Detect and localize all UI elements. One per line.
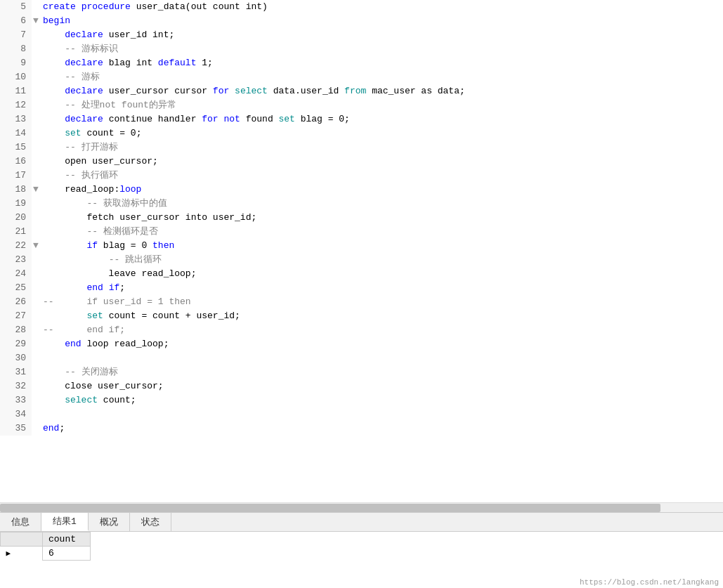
table-row: 20 fetch user_cursor into user_id; bbox=[0, 211, 723, 225]
fold-button bbox=[32, 253, 40, 267]
line-number: 7 bbox=[0, 28, 32, 42]
code-line-content: -- 关闭游标 bbox=[40, 365, 723, 379]
table-row: ▶6 bbox=[1, 547, 91, 561]
line-number: 29 bbox=[0, 337, 32, 351]
fold-button bbox=[32, 281, 40, 295]
table-row: 23 -- 跳出循环 bbox=[0, 253, 723, 267]
code-line-content: -- 执行循环 bbox=[40, 169, 723, 183]
table-row: 8 -- 游标标识 bbox=[0, 42, 723, 56]
fold-button bbox=[32, 393, 40, 407]
fold-button bbox=[32, 407, 40, 422]
line-number: 19 bbox=[0, 197, 32, 211]
fold-button bbox=[32, 28, 40, 42]
line-number: 11 bbox=[0, 84, 32, 98]
code-line-content: declare user_cursor cursor for select da… bbox=[40, 84, 723, 98]
tab-results[interactable]: 结果1 bbox=[41, 513, 89, 531]
table-row: 24 leave read_loop; bbox=[0, 267, 723, 281]
fold-button bbox=[32, 70, 40, 84]
fold-button bbox=[32, 56, 40, 70]
code-line-content: end; bbox=[40, 422, 723, 436]
table-cell: 6 bbox=[43, 547, 91, 561]
table-row: 35end; bbox=[0, 422, 723, 436]
fold-button bbox=[32, 351, 40, 365]
table-row: 12 -- 处理not fount的异常 bbox=[0, 98, 723, 112]
fold-button[interactable]: ▼ bbox=[32, 183, 40, 197]
code-line-content: declare continue handler for not found s… bbox=[40, 112, 723, 126]
code-line-content: -- 检测循环是否 bbox=[40, 225, 723, 239]
line-number: 18 bbox=[0, 183, 32, 197]
code-line-content: if blag = 0 then bbox=[40, 239, 723, 253]
fold-button bbox=[32, 379, 40, 393]
code-line-content: leave read_loop; bbox=[40, 267, 723, 281]
url-bar: https://blog.csdn.net/langkang bbox=[0, 577, 723, 588]
code-line-content: -- 跳出循环 bbox=[40, 253, 723, 267]
fold-button bbox=[32, 365, 40, 379]
code-line-content: -- 游标 bbox=[40, 70, 723, 84]
line-number: 24 bbox=[0, 267, 32, 281]
code-line-content: -- if user_id = 1 then bbox=[40, 295, 723, 309]
fold-button bbox=[32, 0, 40, 14]
table-row: 26-- if user_id = 1 then bbox=[0, 295, 723, 309]
table-row: 14 set count = 0; bbox=[0, 126, 723, 141]
line-number: 20 bbox=[0, 211, 32, 225]
table-row: 30 bbox=[0, 351, 723, 365]
code-line-content: open user_cursor; bbox=[40, 155, 723, 169]
results-table: count ▶6 bbox=[0, 532, 91, 561]
line-number: 17 bbox=[0, 169, 32, 183]
code-line-content: fetch user_cursor into user_id; bbox=[40, 211, 723, 225]
line-number: 35 bbox=[0, 422, 32, 436]
fold-button bbox=[32, 126, 40, 141]
line-number: 13 bbox=[0, 112, 32, 126]
col-count-header: count bbox=[43, 533, 91, 547]
fold-button[interactable]: ▼ bbox=[32, 14, 40, 28]
code-line-content: set count = 0; bbox=[40, 126, 723, 141]
tab-status[interactable]: 状态 bbox=[130, 513, 171, 531]
code-line-content: begin bbox=[40, 14, 723, 28]
code-line-content: create procedure user_data(out count int… bbox=[40, 0, 723, 14]
line-number: 12 bbox=[0, 98, 32, 112]
line-number: 26 bbox=[0, 295, 32, 309]
code-scroll[interactable]: 5create procedure user_data(out count in… bbox=[0, 0, 723, 502]
fold-button bbox=[32, 155, 40, 169]
code-line-content: -- 打开游标 bbox=[40, 141, 723, 155]
code-line-content: end loop read_loop; bbox=[40, 337, 723, 351]
table-row: 9 declare blag int default 1; bbox=[0, 56, 723, 70]
code-table: 5create procedure user_data(out count in… bbox=[0, 0, 723, 436]
results-table-wrap[interactable]: count ▶6 bbox=[0, 532, 723, 577]
fold-button[interactable]: ▼ bbox=[32, 239, 40, 253]
table-row: 21 -- 检测循环是否 bbox=[0, 225, 723, 239]
line-number: 9 bbox=[0, 56, 32, 70]
code-scrollbar[interactable] bbox=[0, 502, 723, 512]
code-line-content: read_loop:loop bbox=[40, 183, 723, 197]
table-row: 29 end loop read_loop; bbox=[0, 337, 723, 351]
line-number: 14 bbox=[0, 126, 32, 141]
col-indicator-header bbox=[1, 533, 43, 547]
code-line-content: -- end if; bbox=[40, 323, 723, 337]
code-line-content: declare user_id int; bbox=[40, 28, 723, 42]
fold-button bbox=[32, 84, 40, 98]
tab-bar: 信息 结果1 概况 状态 bbox=[0, 512, 723, 532]
tab-overview[interactable]: 概况 bbox=[89, 513, 130, 531]
tab-info[interactable]: 信息 bbox=[0, 513, 41, 531]
fold-button bbox=[32, 337, 40, 351]
fold-button bbox=[32, 422, 40, 436]
line-number: 28 bbox=[0, 323, 32, 337]
line-number: 21 bbox=[0, 225, 32, 239]
fold-button bbox=[32, 98, 40, 112]
table-row: 34 bbox=[0, 407, 723, 422]
table-row: 22▼ if blag = 0 then bbox=[0, 239, 723, 253]
code-line-content: -- 处理not fount的异常 bbox=[40, 98, 723, 112]
line-number: 6 bbox=[0, 14, 32, 28]
code-line-content: close user_cursor; bbox=[40, 379, 723, 393]
fold-button bbox=[32, 141, 40, 155]
line-number: 25 bbox=[0, 281, 32, 295]
table-row: 32 close user_cursor; bbox=[0, 379, 723, 393]
fold-button bbox=[32, 211, 40, 225]
results-area: count ▶6 https://blog.csdn.net/langkang bbox=[0, 532, 723, 588]
line-number: 15 bbox=[0, 141, 32, 155]
scrollbar-thumb bbox=[0, 504, 660, 512]
line-number: 33 bbox=[0, 393, 32, 407]
table-row: 18▼ read_loop:loop bbox=[0, 183, 723, 197]
table-row: 28-- end if; bbox=[0, 323, 723, 337]
line-number: 5 bbox=[0, 0, 32, 14]
